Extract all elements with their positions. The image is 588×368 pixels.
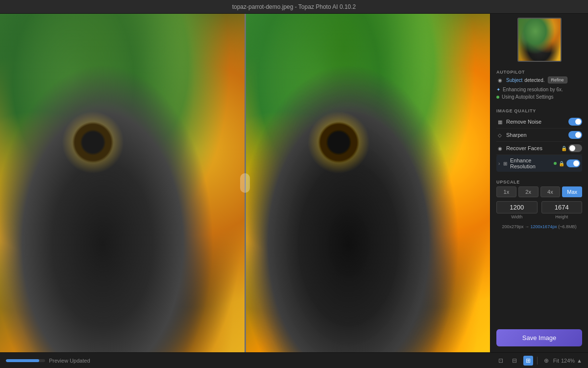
image-area	[0, 14, 490, 352]
recover-faces-slider	[568, 144, 582, 152]
zoom-control: ⊕ Fit 124% ▲	[541, 356, 582, 366]
wand-icon: ✦	[496, 87, 500, 92]
enhanced-image	[246, 14, 490, 352]
enhance-res-status-dot	[554, 162, 557, 165]
thumbnail-image	[518, 19, 561, 61]
enhance-res-icon: ⊞	[502, 160, 508, 167]
bottom-right-area: ⊡ ⊟ ⊞ ⊕ Fit 124% ▲	[496, 356, 582, 366]
image-thumbnail	[517, 18, 562, 62]
resolution-new: 1200x1674px	[531, 224, 557, 229]
face-detect-icon: ◉	[496, 77, 503, 83]
sharpen-row: ◇ Sharpen	[496, 129, 582, 142]
bottom-left-area: Preview Updated	[6, 358, 90, 364]
refine-button[interactable]: Refine	[548, 77, 567, 83]
enhance-resolution-row: › ⊞ Enhance Resolution 🔒	[496, 155, 582, 172]
upscale-2x-button[interactable]: 2x	[518, 186, 539, 197]
thumbnail-container	[490, 14, 588, 66]
sharpen-text: Sharpen	[506, 132, 527, 138]
height-box: Height	[541, 201, 583, 219]
width-input[interactable]	[496, 201, 538, 213]
resolution-size: (~6.8MB)	[558, 224, 576, 229]
sharpen-toggle[interactable]	[568, 131, 582, 139]
autopilot-subject-row: ◉ Subject detected. Refine	[496, 77, 582, 83]
zoom-fit-label: Fit	[553, 358, 559, 364]
chevron-right-icon[interactable]: ›	[498, 161, 500, 166]
sharpen-label-group: ◇ Sharpen	[496, 131, 527, 138]
upscale-section: 1x 2x 4x Max Width Height 200x279px →	[490, 186, 588, 235]
title-bar: topaz-parrot-demo.jpeg - Topaz Photo AI …	[0, 0, 588, 14]
split-view-button[interactable]: ⊟	[510, 356, 519, 366]
dimension-inputs: Width Height	[496, 201, 582, 219]
main-content: AUTOPILOT ◉ Subject detected. Refine ✦ E…	[0, 14, 588, 352]
detected-text: detected.	[524, 78, 544, 83]
split-divider[interactable]	[245, 14, 246, 352]
autopilot-label: AUTOPILOT	[490, 66, 588, 77]
remove-noise-text: Remove Noise	[506, 119, 541, 125]
zoom-up-arrow[interactable]: ▲	[577, 358, 582, 364]
enhance-resolution-left: › ⊞ Enhance Resolution	[498, 158, 554, 169]
sidebar-spacer	[490, 235, 588, 323]
toolbar-separator	[537, 357, 538, 365]
recover-faces-lock-icon: 🔒	[561, 146, 567, 151]
recover-faces-label-group: ◉ Recover Faces	[496, 145, 542, 152]
remove-noise-slider	[568, 118, 582, 126]
enhanced-image-pane	[246, 14, 490, 352]
width-box: Width	[496, 201, 538, 219]
faces-icon: ◉	[496, 145, 503, 152]
zoom-level: 124%	[561, 358, 575, 364]
upscale-4x-button[interactable]: 4x	[540, 186, 561, 197]
autopilot-section: ◉ Subject detected. Refine ✦ Enhancing r…	[490, 77, 588, 105]
enhance-resolution-toggle[interactable]	[566, 159, 580, 167]
upscale-max-button[interactable]: Max	[562, 186, 582, 197]
resolution-info: 200x279px → 1200x1674px (~6.8MB)	[496, 222, 582, 231]
progress-bar-fill	[6, 359, 39, 362]
upscale-buttons-group: 1x 2x 4x Max	[496, 186, 582, 197]
grid-view-button[interactable]: ⊞	[523, 356, 533, 366]
right-sidebar: AUTOPILOT ◉ Subject detected. Refine ✦ E…	[490, 14, 588, 352]
preview-status-text: Preview Updated	[49, 358, 90, 364]
settings-text: Using Autopilot Settings	[502, 94, 554, 100]
green-status-dot	[496, 96, 499, 99]
remove-noise-toggle[interactable]	[568, 118, 582, 126]
height-input[interactable]	[541, 201, 583, 213]
enhance-resolution-right: 🔒	[554, 159, 580, 167]
resolution-original: 200x279px →	[502, 224, 531, 229]
sharpen-slider	[568, 131, 582, 139]
original-image-pane	[0, 14, 245, 352]
sharpen-icon: ◇	[496, 131, 503, 138]
quality-section: ▦ Remove Noise ◇ Sharpen	[490, 115, 588, 176]
remove-noise-label-group: ▦ Remove Noise	[496, 118, 541, 125]
original-image	[0, 14, 245, 352]
autopilot-settings-info: Using Autopilot Settings	[496, 93, 582, 101]
upscale-1x-button[interactable]: 1x	[496, 186, 516, 197]
remove-noise-row: ▦ Remove Noise	[496, 115, 582, 129]
recover-faces-text: Recover Faces	[506, 145, 542, 151]
enhance-resolution-slider	[566, 159, 580, 167]
window-title: topaz-parrot-demo.jpeg - Topaz Photo AI …	[232, 3, 356, 10]
fit-view-button[interactable]: ⊡	[496, 356, 506, 366]
autopilot-enhance-info: ✦ Enhancing resolution by 6x.	[496, 86, 582, 93]
recover-faces-row: ◉ Recover Faces 🔒	[496, 142, 582, 155]
enhance-resolution-text: Enhance Resolution	[510, 158, 554, 169]
enhance-text: Enhancing resolution by 6x.	[503, 87, 563, 92]
quality-label: IMAGE QUALITY	[490, 105, 588, 115]
noise-icon: ▦	[496, 118, 503, 125]
zoom-icon: ⊕	[541, 356, 551, 366]
width-label: Width	[496, 214, 538, 219]
save-section: Save Image	[490, 323, 588, 352]
recover-faces-toggle[interactable]	[568, 144, 582, 152]
save-image-button[interactable]: Save Image	[496, 329, 582, 346]
bottom-bar: Preview Updated ⊡ ⊟ ⊞ ⊕ Fit 124% ▲	[0, 352, 588, 368]
autopilot-badge: Subject detected.	[506, 78, 545, 83]
progress-bar-container	[6, 359, 45, 362]
enhance-res-lock-icon: 🔒	[559, 161, 564, 166]
subject-text: Subject	[506, 78, 522, 83]
upscale-label: UPSCALE	[490, 176, 588, 186]
height-label: Height	[541, 214, 583, 219]
